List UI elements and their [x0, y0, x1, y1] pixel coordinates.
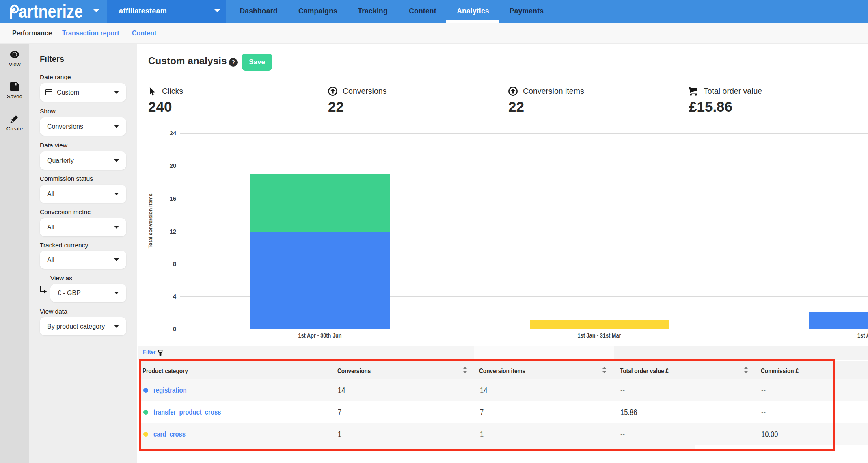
svg-text:artnerize: artnerize: [19, 1, 83, 22]
